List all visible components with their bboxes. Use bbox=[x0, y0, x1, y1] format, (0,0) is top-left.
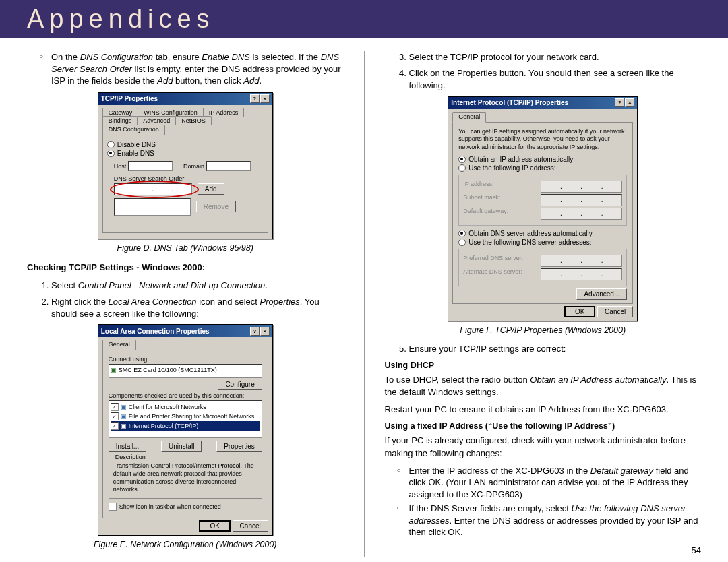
figure-e-titlebar: Local Area Connection Properties ? × bbox=[98, 325, 272, 337]
ok-button: OK bbox=[199, 520, 230, 532]
cancel-button: Cancel bbox=[233, 520, 268, 532]
adapter-name: SMC EZ Card 10/100 (SMC1211TX) bbox=[119, 367, 217, 373]
header-bar: Appendices bbox=[0, 0, 728, 38]
radio-enable-dns: Enable DNS bbox=[107, 150, 264, 157]
figure-d-titlebar: TCP/IP Properties ? × bbox=[98, 93, 272, 105]
dns-search-label: DNS Server Search Order bbox=[114, 175, 264, 182]
steps-right: Select the TCP/IP protocol for your netw… bbox=[385, 51, 702, 92]
radio-obtain-ip-auto: Obtain an IP address automatically bbox=[468, 156, 573, 163]
remove-button: Remove bbox=[196, 201, 236, 212]
steps-win2000: Select Control Panel - Network and Dial-… bbox=[27, 280, 344, 321]
figure-f-caption: Figure F. TCP/IP Properties (Windows 200… bbox=[385, 325, 702, 335]
help-icon: ? bbox=[250, 94, 260, 103]
subhead-using-dhcp: Using DHCP bbox=[385, 361, 702, 370]
connect-using-label: Connect using: bbox=[109, 356, 262, 363]
tab-bindings: Bindings bbox=[102, 116, 138, 125]
close-icon: × bbox=[625, 98, 634, 107]
figure-d-caption: Figure D. DNS Tab (Windows 95/98) bbox=[27, 243, 344, 253]
properties-button: Properties bbox=[216, 441, 262, 452]
steps-ensure: Ensure your TCP/IP settings are correct: bbox=[385, 343, 702, 355]
step-2: Right click the Local Area Connection ic… bbox=[51, 296, 344, 320]
label-ip-address: IP address: bbox=[463, 181, 493, 193]
tab-wins: WINS Configuration bbox=[138, 108, 204, 117]
bullet-dns-config: On the DNS Configuration tab, ensure Ena… bbox=[51, 51, 344, 87]
left-column: On the DNS Configuration tab, ensure Ena… bbox=[27, 51, 344, 557]
dhcp-paragraph-2: Restart your PC to ensure it obtains an … bbox=[385, 404, 702, 416]
figure-e-title: Local Area Connection Properties bbox=[101, 327, 210, 335]
description-text: Transmission Control Protocol/Internet P… bbox=[113, 462, 257, 494]
tab-gateway: Gateway bbox=[102, 108, 139, 117]
step-4: Click on the Properties button. You shou… bbox=[409, 67, 702, 92]
column-divider bbox=[364, 51, 365, 557]
tab-ipaddress: IP Address bbox=[203, 108, 244, 117]
radio-use-ip: Use the following IP address: bbox=[468, 164, 555, 172]
uninstall-button: Uninstall bbox=[161, 441, 202, 452]
tab-dns-config: DNS Configuration bbox=[102, 125, 165, 135]
help-icon: ? bbox=[250, 327, 260, 336]
label-alt-dns: Alternate DNS server: bbox=[463, 268, 522, 280]
help-icon: ? bbox=[615, 98, 624, 107]
radio-use-dns: Use the following DNS server addresses: bbox=[468, 239, 591, 246]
dhcp-paragraph-1: To use DHCP, select the radio button Obt… bbox=[385, 374, 702, 398]
label-subnet: Subnet mask: bbox=[463, 194, 500, 206]
add-button: Add bbox=[198, 183, 224, 195]
figure-f-titlebar: Internet Protocol (TCP/IP) Properties ? … bbox=[448, 97, 637, 109]
content-columns: On the DNS Configuration tab, ensure Ena… bbox=[0, 38, 728, 557]
tab-netbios: NetBIOS bbox=[175, 116, 212, 125]
bullet-list-dns: On the DNS Configuration tab, ensure Ena… bbox=[27, 51, 344, 87]
page-number: 54 bbox=[692, 545, 701, 555]
label-pref-dns: Preferred DNS server: bbox=[463, 255, 523, 267]
fixed-ip-intro: If your PC is already configured, check … bbox=[385, 435, 702, 459]
tab-general: General bbox=[102, 340, 136, 350]
install-button: Install... bbox=[109, 441, 146, 452]
host-field bbox=[128, 161, 173, 171]
configure-button: Configure bbox=[218, 379, 262, 390]
figure-d-dialog: TCP/IP Properties ? × Gateway WINS Confi… bbox=[98, 92, 273, 239]
ok-button: OK bbox=[564, 306, 595, 317]
tab-general: General bbox=[452, 112, 486, 123]
step-3: Select the TCP/IP protocol for your netw… bbox=[409, 51, 702, 63]
figure-d-tabs-row2: Bindings Advanced NetBIOS DNS Configurat… bbox=[102, 116, 268, 135]
radio-disable-dns: Disable DNS bbox=[107, 141, 264, 148]
advanced-button: Advanced... bbox=[576, 288, 627, 300]
step-1: Select Control Panel - Network and Dial-… bbox=[51, 280, 344, 292]
fixed-ip-bullets: Enter the IP address of the XC-DPG603 in… bbox=[385, 465, 702, 538]
figure-f-title: Internet Protocol (TCP/IP) Properties bbox=[451, 99, 568, 106]
figure-e-caption: Figure E. Network Configuration (Windows… bbox=[27, 540, 344, 549]
figure-e-dialog: Local Area Connection Properties ? × Gen… bbox=[98, 324, 273, 536]
fixed-bullet-2: If the DNS Server fields are empty, sele… bbox=[409, 503, 702, 538]
section-checking-tcpip: Checking TCP/IP Settings - Windows 2000: bbox=[27, 262, 344, 274]
radio-obtain-dns-auto: Obtain DNS server address automatically bbox=[468, 230, 592, 237]
close-icon: × bbox=[260, 94, 270, 103]
right-column: Select the TCP/IP protocol for your netw… bbox=[385, 51, 702, 557]
page-title: Appendices bbox=[27, 5, 215, 34]
description-label: Description bbox=[113, 454, 148, 460]
fixed-bullet-1: Enter the IP address of the XC-DPG603 in… bbox=[409, 465, 702, 501]
domain-field bbox=[206, 161, 251, 171]
show-icon-checkbox-label: Show icon in taskbar when connected bbox=[119, 503, 221, 510]
component-client: Client for Microsoft Networks bbox=[129, 404, 206, 410]
subhead-fixed-ip: Using a fixed IP Address (“Use the follo… bbox=[385, 421, 702, 431]
cancel-button: Cancel bbox=[597, 306, 633, 317]
component-fileshare: File and Printer Sharing for Microsoft N… bbox=[129, 413, 255, 420]
step-5: Ensure your TCP/IP settings are correct: bbox=[409, 343, 702, 355]
close-icon: × bbox=[260, 327, 270, 336]
figure-d-tabs-row1: Gateway WINS Configuration IP Address bbox=[102, 108, 268, 117]
label-gateway: Default gateway: bbox=[463, 208, 508, 220]
figure-d-title: TCP/IP Properties bbox=[101, 95, 158, 102]
tab-advanced: Advanced bbox=[137, 116, 176, 125]
components-label: Components checked are used by this conn… bbox=[109, 392, 262, 399]
tcpip-intro-text: You can get IP settings assigned automat… bbox=[458, 128, 627, 152]
component-tcpip: Internet Protocol (TCP/IP) bbox=[129, 423, 199, 429]
figure-f-dialog: Internet Protocol (TCP/IP) Properties ? … bbox=[448, 96, 638, 321]
